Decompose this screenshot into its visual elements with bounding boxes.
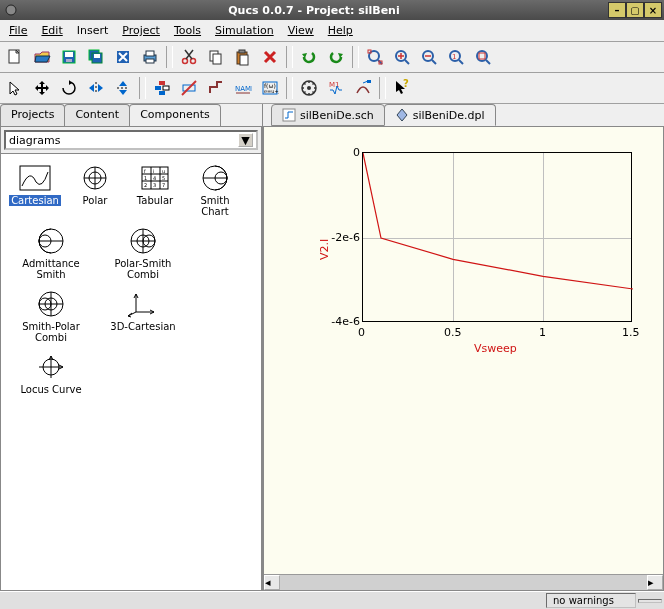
data-line [363,153,633,323]
menu-edit[interactable]: Edit [35,22,68,39]
svg-text:u: u [162,168,165,174]
grid-icon[interactable] [149,75,175,101]
plot-frame [362,152,632,322]
delete-icon[interactable] [257,44,283,70]
saveall-icon[interactable] [83,44,109,70]
scroll-left-icon[interactable]: ◂ [264,575,280,590]
menu-file[interactable]: File [3,22,33,39]
menu-insert[interactable]: Insert [71,22,115,39]
menu-view[interactable]: View [282,22,320,39]
open-icon[interactable] [29,44,55,70]
svg-rect-38 [159,91,165,95]
tab-content[interactable]: Content [64,104,130,126]
zoom-fit-icon[interactable] [362,44,388,70]
svg-rect-18 [239,50,245,53]
zoom-out-icon[interactable] [416,44,442,70]
left-panel: Projects Content Components diagrams ▼ C… [0,104,263,591]
category-combo[interactable]: diagrams ▼ [4,130,258,150]
svg-text:5: 5 [162,175,165,181]
svg-rect-21 [368,50,371,53]
tab-components[interactable]: Components [129,104,221,126]
toolbar-edit: NAME f(ω)e=u+j M1 ? [0,73,664,104]
document-tabs: silBeniDe.sch silBeniDe.dpl [263,104,664,126]
close-file-icon[interactable] [110,44,136,70]
save-icon[interactable] [56,44,82,70]
scroll-right-icon[interactable]: ▸ [647,575,663,590]
palette-polar[interactable]: Polar [67,160,123,219]
mirror-h-icon[interactable] [83,75,109,101]
svg-rect-35 [159,81,165,85]
app-icon [2,1,20,19]
palette-3d-cartesian[interactable]: 3D-Cartesian [99,286,187,345]
undo-icon[interactable] [296,44,322,70]
window-title: Qucs 0.0.7 - Project: silBeni [20,4,608,17]
svg-rect-7 [94,54,100,58]
horizontal-scrollbar[interactable]: ◂ ▸ [264,574,663,590]
tab-projects[interactable]: Projects [0,104,65,126]
wire-icon[interactable] [203,75,229,101]
status-message: no warnings [546,593,636,608]
move-icon[interactable] [29,75,55,101]
status-bar: no warnings [0,591,664,609]
svg-rect-15 [213,54,221,64]
svg-rect-92 [283,109,295,121]
svg-rect-32 [479,53,485,59]
maximize-button[interactable]: ▢ [626,2,644,18]
dc-bias-icon[interactable]: M1 [323,75,349,101]
equation-icon[interactable]: f(ω)e=u+j [257,75,283,101]
minimize-button[interactable]: – [608,2,626,18]
svg-text:3: 3 [153,182,156,188]
print-icon[interactable] [137,44,163,70]
deactivate-icon[interactable] [176,75,202,101]
svg-rect-11 [146,59,154,63]
menu-project[interactable]: Project [116,22,166,39]
svg-point-46 [307,86,311,90]
new-icon[interactable] [2,44,28,70]
svg-text:NAME: NAME [235,85,252,93]
canvas[interactable]: V2.I 0 -2e-6 -4e-6 0 0.5 [264,127,663,574]
palette-polar-smith[interactable]: Polar-Smith Combi [99,223,187,282]
cut-icon[interactable] [176,44,202,70]
svg-rect-49 [367,80,371,83]
mirror-v-icon[interactable] [110,75,136,101]
menu-simulation[interactable]: Simulation [209,22,280,39]
palette-admittance-smith[interactable]: Admittance Smith [7,223,95,282]
svg-text:1: 1 [452,53,456,61]
redo-icon[interactable] [323,44,349,70]
chevron-down-icon[interactable]: ▼ [238,133,253,147]
svg-text:7: 7 [162,182,165,188]
svg-rect-10 [146,51,154,56]
set-marker-icon[interactable] [350,75,376,101]
menu-help[interactable]: Help [322,22,359,39]
palette-cartesian[interactable]: Cartesian [7,160,63,219]
pointer-icon[interactable] [2,75,28,101]
simulate-icon[interactable] [296,75,322,101]
ytick-2: -4e-6 [326,315,360,328]
copy-icon[interactable] [203,44,229,70]
svg-text:1: 1 [144,175,147,181]
doctab-dpl[interactable]: silBeniDe.dpl [384,104,496,126]
menu-tools[interactable]: Tools [168,22,207,39]
close-button[interactable]: × [644,2,662,18]
palette-locus[interactable]: Locus Curve [7,349,95,397]
zoom-reset-icon[interactable]: 1 [443,44,469,70]
svg-line-26 [432,60,436,64]
palette-tabular[interactable]: fiu145237 Tabular [127,160,183,219]
paste-icon[interactable] [230,44,256,70]
svg-rect-17 [240,55,248,65]
whatsthis-icon[interactable]: ? [389,75,415,101]
xtick-1: 0.5 [444,326,462,339]
zoom-area-icon[interactable] [470,44,496,70]
ytick-0: 0 [346,146,360,159]
palette-smith-polar[interactable]: Smith-Polar Combi [7,286,95,345]
name-label-icon[interactable]: NAME [230,75,256,101]
doctab-sch[interactable]: silBeniDe.sch [271,104,385,126]
component-palette: Cartesian Polar fiu145237 Tabular Smith … [0,154,262,591]
svg-text:i: i [153,168,154,174]
rotate-icon[interactable] [56,75,82,101]
zoom-in-icon[interactable] [389,44,415,70]
palette-smith[interactable]: Smith Chart [187,160,243,219]
svg-line-28 [459,60,463,64]
cartesian-diagram[interactable]: V2.I 0 -2e-6 -4e-6 0 0.5 [306,152,636,362]
svg-rect-36 [155,86,161,90]
